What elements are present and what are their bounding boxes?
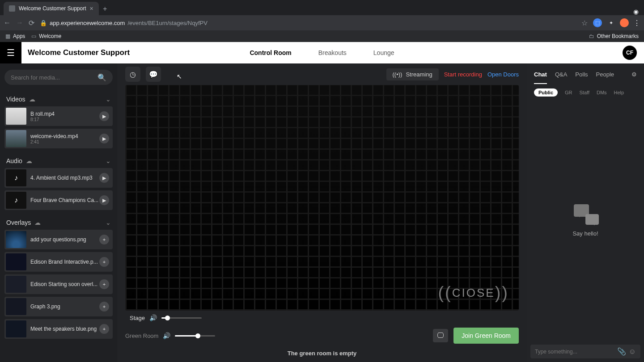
tab-qa[interactable]: Q&A <box>555 71 567 78</box>
overlay-item[interactable]: Edison Brand Interactive.p... + <box>4 252 113 272</box>
overlay-thumbnail <box>6 298 26 315</box>
greenroom-bar: Green Room 🔊 🖵 Join Green Room <box>117 325 527 348</box>
play-icon[interactable]: ▶ <box>99 173 109 183</box>
gear-icon[interactable]: ⚙ <box>631 71 637 78</box>
nav-lounge[interactable]: Lounge <box>373 49 394 56</box>
chat-subtabs: Public GR Staff DMs Help <box>527 85 644 100</box>
overlay-item[interactable]: Graph 3.png + <box>4 297 113 316</box>
sidebar: 🔍 Videos ☁ ⌄ B roll.mp48:17 ▶ welcome-vi… <box>0 63 117 362</box>
screenshare-button[interactable]: 🖵 <box>433 329 448 342</box>
lock-icon: 🔒 <box>40 20 47 26</box>
add-icon[interactable]: + <box>99 324 109 334</box>
subtab-staff[interactable]: Staff <box>580 90 589 95</box>
media-name: welcome-video.mp4 <box>30 133 99 139</box>
tab-close-icon[interactable]: × <box>90 5 93 12</box>
stage-watermark: ((CIOSE)) <box>438 283 509 303</box>
extensions: ⬚ ✦ ⋮ <box>593 18 640 27</box>
add-icon[interactable]: + <box>99 257 109 267</box>
play-icon[interactable]: ▶ <box>99 111 109 121</box>
extension-icon[interactable]: ⬚ <box>593 18 602 27</box>
chat-icon[interactable]: 💬 <box>146 67 161 82</box>
start-recording-button[interactable]: Start recording <box>444 71 482 78</box>
upload-icon[interactable]: ☁ <box>29 96 35 103</box>
upload-icon[interactable]: ☁ <box>34 219 41 226</box>
broadcast-icon: ((•)) <box>393 71 402 78</box>
window-control-icon[interactable]: ◉ <box>633 8 639 15</box>
tab-people[interactable]: People <box>596 71 614 78</box>
star-icon[interactable]: ☆ <box>581 19 588 27</box>
section-overlays[interactable]: Overlays ☁ ⌄ <box>0 213 117 230</box>
emoji-icon[interactable]: ☺ <box>629 348 636 356</box>
overlay-item[interactable]: Edison Starting soon overl... + <box>4 274 113 294</box>
tab-title: Welcome Customer Support <box>19 5 86 12</box>
menu-button[interactable]: ☰ <box>0 42 21 63</box>
video-thumbnail <box>6 108 26 125</box>
overlay-thumbnail <box>6 276 26 293</box>
browser-tabstrip: Welcome Customer Support × + ◉ <box>0 0 644 15</box>
bookmarks-bar: ▦Apps ▭Welcome 🗀Other Bookmarks <box>0 30 644 42</box>
browser-menu-icon[interactable]: ⋮ <box>633 19 640 27</box>
upload-icon[interactable]: ☁ <box>26 157 32 164</box>
open-doors-button[interactable]: Open Doors <box>487 71 519 78</box>
nav-control-room[interactable]: Control Room <box>250 49 291 56</box>
video-item[interactable]: B roll.mp48:17 ▶ <box>4 106 113 126</box>
add-icon[interactable]: + <box>99 302 109 311</box>
play-icon[interactable]: ▶ <box>99 134 109 143</box>
greenroom-volume-slider[interactable] <box>175 335 215 337</box>
overlay-item[interactable]: add your questions.png + <box>4 230 113 249</box>
chat-input[interactable] <box>535 349 614 355</box>
play-icon[interactable]: ▶ <box>99 195 109 205</box>
volume-icon[interactable]: 🔊 <box>149 314 157 321</box>
address-bar[interactable]: 🔒 app.experiencewelcome.com/events/BE1ur… <box>40 20 576 26</box>
section-label: Videos <box>6 96 25 103</box>
browser-tab[interactable]: Welcome Customer Support × <box>4 2 99 15</box>
bookmark-welcome[interactable]: ▭Welcome <box>31 33 61 39</box>
subtab-gr[interactable]: GR <box>565 90 572 95</box>
extensions-icon[interactable]: ✦ <box>606 18 615 27</box>
back-icon[interactable]: ← <box>4 19 11 27</box>
timer-icon[interactable]: ◷ <box>125 67 140 82</box>
subtab-public[interactable]: Public <box>534 88 558 97</box>
tab-polls[interactable]: Polls <box>575 71 588 78</box>
reload-icon[interactable]: ⟳ <box>29 19 34 27</box>
tab-favicon <box>9 5 15 12</box>
audio-thumbnail: ♪ <box>6 169 26 186</box>
chevron-down-icon: ⌄ <box>106 219 111 226</box>
subtab-help[interactable]: Help <box>614 90 624 95</box>
chat-bubbles-icon <box>572 204 599 227</box>
media-name: Four Brave Champions Ca... <box>30 197 99 203</box>
apps-shortcut[interactable]: ▦Apps <box>5 33 25 39</box>
add-icon[interactable]: + <box>99 235 109 244</box>
page-title: Welcome Customer Support <box>21 48 130 57</box>
tab-chat[interactable]: Chat <box>534 71 547 84</box>
video-item[interactable]: welcome-video.mp42:41 ▶ <box>4 129 113 148</box>
audio-item[interactable]: ♪ Four Brave Champions Ca... ▶ <box>4 190 113 210</box>
new-tab-button[interactable]: + <box>99 3 111 15</box>
stage-volume-slider[interactable] <box>161 317 202 319</box>
streaming-status: ((•)) Streaming <box>386 68 439 80</box>
other-bookmarks[interactable]: 🗀Other Bookmarks <box>589 33 639 39</box>
add-icon[interactable]: + <box>99 279 109 289</box>
chat-composer[interactable]: 📎 ☺ <box>530 345 640 358</box>
section-videos[interactable]: Videos ☁ ⌄ <box>0 89 117 106</box>
forward-icon[interactable]: → <box>16 19 23 27</box>
subtab-dms[interactable]: DMs <box>597 90 607 95</box>
attachment-icon[interactable]: 📎 <box>617 347 626 356</box>
volume-icon[interactable]: 🔊 <box>163 332 170 339</box>
main: 🔍 Videos ☁ ⌄ B roll.mp48:17 ▶ welcome-vi… <box>0 63 644 362</box>
media-name: Meet the speakers blue.png <box>30 326 99 332</box>
media-search[interactable]: 🔍 <box>4 70 113 85</box>
media-name: Edison Brand Interactive.p... <box>30 259 99 265</box>
browser-toolbar: ← → ⟳ 🔒 app.experiencewelcome.com/events… <box>0 15 644 30</box>
audio-item[interactable]: ♪ 4. Ambient Gold mp3.mp3 ▶ <box>4 168 113 188</box>
nav-breakouts[interactable]: Breakouts <box>318 49 347 56</box>
avatar[interactable]: CF <box>623 46 637 60</box>
chat-empty-state: Say hello! <box>527 100 644 341</box>
header-nav: Control Room Breakouts Lounge <box>250 49 394 56</box>
join-greenroom-button[interactable]: Join Green Room <box>453 328 519 344</box>
profile-icon[interactable] <box>620 18 629 27</box>
overlay-item[interactable]: Meet the speakers blue.png + <box>4 319 113 339</box>
section-audio[interactable]: Audio ☁ ⌄ <box>0 151 117 168</box>
search-input[interactable] <box>11 74 97 81</box>
audio-thumbnail: ♪ <box>6 192 26 209</box>
